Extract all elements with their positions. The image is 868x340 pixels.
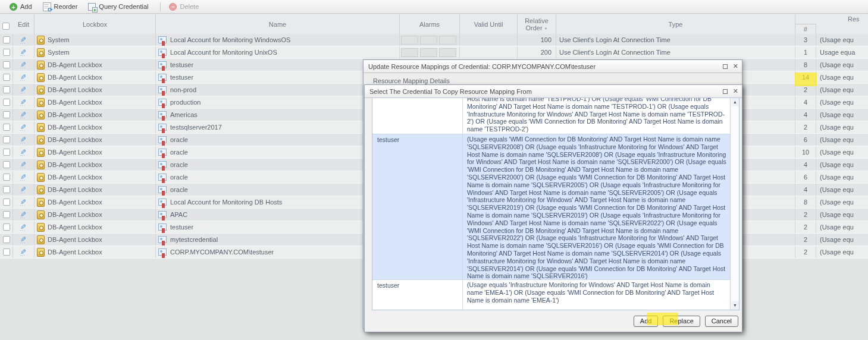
edit-icon[interactable]: ✎ (20, 237, 26, 243)
maximize-icon[interactable] (723, 64, 728, 69)
credential-name[interactable]: oracle (170, 136, 188, 143)
credential-name[interactable]: testuser (170, 223, 193, 231)
mapping-count-cell: 4 (795, 159, 816, 171)
column-header-name[interactable]: Name (156, 14, 400, 34)
table-row[interactable]: ✎ System Local Account for Monitoring Un… (0, 46, 868, 59)
scrollbar[interactable]: ▲ ▼ (730, 98, 739, 310)
select-all-checkbox[interactable] (2, 23, 10, 30)
edit-icon[interactable]: ✎ (20, 37, 26, 43)
close-icon[interactable]: ✕ (733, 88, 738, 95)
edit-icon[interactable]: ✎ (20, 199, 26, 205)
row-checkbox[interactable] (3, 161, 10, 168)
row-checkbox[interactable] (3, 36, 10, 43)
column-header-alarms[interactable]: Alarms (400, 14, 460, 34)
valid-until-cell (460, 34, 518, 46)
credential-name[interactable]: testuser (170, 61, 193, 68)
lockbox-icon (37, 136, 45, 144)
select-dialog-titlebar[interactable]: Select The Credential To Copy Resource M… (365, 85, 742, 98)
row-checkbox[interactable] (3, 61, 10, 68)
column-header-lockbox[interactable]: Lockbox (35, 14, 156, 34)
edit-icon[interactable]: ✎ (20, 74, 26, 80)
lockbox-name: DB-Agent Lockbox (48, 199, 102, 206)
column-header-type[interactable]: Type (556, 14, 795, 34)
row-checkbox[interactable] (3, 236, 10, 243)
resource-mapping-cell: (Usage equ (816, 109, 868, 121)
row-checkbox[interactable] (3, 186, 10, 193)
row-checkbox[interactable] (3, 99, 10, 106)
maximize-icon[interactable] (723, 89, 728, 94)
row-checkbox[interactable] (3, 223, 10, 231)
credential-name[interactable]: testsqlserver2017 (170, 124, 222, 131)
edit-icon[interactable]: ✎ (20, 49, 26, 55)
column-header-valid-until[interactable]: Valid Until (460, 14, 518, 34)
column-header-edit[interactable]: Edit (13, 14, 35, 34)
add-button[interactable]: + Add (10, 3, 32, 11)
credential-name[interactable]: Local Account for Monitoring DB Hosts (170, 199, 282, 206)
row-checkbox[interactable] (3, 49, 10, 56)
edit-icon[interactable]: ✎ (20, 112, 26, 118)
add-icon: + (10, 3, 17, 11)
resource-mapping-cell: (Usage equ (816, 134, 868, 146)
edit-icon[interactable]: ✎ (20, 99, 26, 105)
row-checkbox[interactable] (3, 174, 10, 181)
row-checkbox[interactable] (3, 149, 10, 156)
table-row[interactable]: ✎ System Local Account for Monitoring Wi… (0, 34, 868, 46)
credential-name[interactable]: oracle (170, 186, 188, 193)
scroll-down-icon[interactable]: ▼ (731, 301, 739, 310)
credential-name[interactable]: oracle (170, 174, 188, 181)
row-checkbox[interactable] (3, 199, 10, 206)
row-checkbox[interactable] (3, 136, 10, 143)
edit-icon[interactable]: ✎ (20, 212, 26, 218)
relative-order-cell: 200 (518, 46, 556, 58)
edit-icon[interactable]: ✎ (20, 187, 26, 193)
column-header-resource-mappings[interactable]: Res (816, 14, 868, 24)
credential-name[interactable]: oracle (170, 161, 188, 168)
edit-icon[interactable]: ✎ (20, 124, 26, 130)
column-header-count[interactable]: # (795, 24, 816, 34)
credential-name[interactable]: mytestcredential (170, 236, 218, 243)
edit-icon[interactable]: ✎ (20, 87, 26, 93)
scroll-up-icon[interactable]: ▲ (731, 98, 739, 106)
update-dialog-titlebar[interactable]: Update Resource Mappings of Credential: … (364, 60, 742, 73)
resource-mapping-cell: (Usage equ (816, 196, 868, 208)
credential-mapping-row[interactable]: Host Name is domain name 'TESTPROD-1') O… (372, 98, 730, 134)
mapping-count-cell: 2 (795, 246, 816, 258)
credential-name[interactable]: CORP.MYCOMPANY.COM\testuser (170, 248, 274, 256)
credential-icon (158, 186, 167, 193)
row-checkbox[interactable] (3, 111, 10, 118)
row-checkbox[interactable] (3, 248, 10, 256)
edit-icon[interactable]: ✎ (20, 224, 26, 230)
close-icon[interactable]: ✕ (733, 63, 738, 70)
column-header-relative-order[interactable]: Relative Order ▲ (518, 14, 556, 34)
credential-name[interactable]: oracle (170, 149, 188, 156)
edit-icon[interactable]: ✎ (20, 174, 26, 180)
lockbox-icon (37, 86, 45, 95)
delete-button[interactable]: − Delete (169, 3, 199, 11)
cancel-button[interactable]: Cancel (705, 316, 738, 327)
update-dialog-title: Update Resource Mappings of Credential: … (368, 63, 723, 70)
credential-icon (158, 61, 167, 68)
credential-name[interactable]: non-prod (170, 86, 196, 93)
edit-icon[interactable]: ✎ (20, 162, 26, 168)
credential-icon (158, 211, 167, 218)
edit-icon[interactable]: ✎ (20, 249, 26, 255)
mapping-count-cell: 1 (795, 46, 816, 58)
row-checkbox[interactable] (3, 86, 10, 93)
row-checkbox[interactable] (3, 211, 10, 218)
edit-icon[interactable]: ✎ (20, 149, 26, 155)
credential-mapping-row[interactable]: testuser (Usage equals 'Infrastructure M… (372, 280, 730, 310)
lockbox-name: DB-Agent Lockbox (48, 186, 102, 193)
edit-icon[interactable]: ✎ (20, 62, 26, 68)
credential-name[interactable]: testuser (170, 74, 193, 81)
credential-mapping-row[interactable]: testuser (Usage equals 'WMI Connection f… (372, 134, 730, 280)
row-checkbox[interactable] (3, 124, 10, 131)
credential-name[interactable]: APAC (170, 211, 187, 218)
credential-name[interactable]: Local Account for Monitoring UnixOS (170, 49, 277, 56)
query-credential-button[interactable]: Query Credential (88, 3, 148, 11)
reorder-button[interactable]: Reorder (43, 2, 78, 11)
edit-icon[interactable]: ✎ (20, 137, 26, 143)
credential-name[interactable]: Local Account for Monitoring WindowsOS (170, 36, 290, 43)
credential-name[interactable]: Americas (170, 111, 198, 118)
credential-name[interactable]: production (170, 99, 200, 106)
row-checkbox[interactable] (3, 74, 10, 81)
